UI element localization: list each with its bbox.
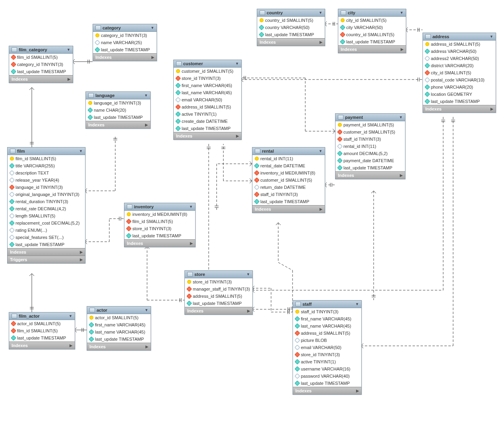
section-indexes[interactable]: Indexes▶ (86, 121, 150, 128)
section-indexes[interactable]: Indexes▶ (9, 341, 75, 349)
table-icon (12, 47, 17, 52)
column: create_date DATETIME (174, 118, 241, 125)
section-indexes[interactable]: Indexes▶ (257, 38, 325, 46)
key-icon (11, 54, 16, 60)
collapse-icon: ▼ (69, 314, 72, 318)
table-country[interactable]: country▼country_id SMALLINT(5)country VA… (257, 9, 325, 46)
table-header[interactable]: payment▼ (335, 114, 405, 121)
column-def: picture BLOB (301, 338, 327, 343)
key-icon (89, 322, 94, 328)
table-language[interactable]: language▼language_id TINYINT(3)name CHAR… (85, 91, 151, 129)
key-icon (340, 32, 345, 37)
column-def: last_update TIMESTAMP (260, 199, 309, 204)
section-indexes[interactable]: Indexes▶ (87, 343, 151, 350)
column: replacement_cost DECIMAL(5,2) (8, 219, 85, 227)
expand-icon: ▶ (247, 309, 250, 313)
column-def: name CHAR(20) (94, 108, 126, 113)
key-icon (295, 310, 299, 314)
table-header[interactable]: category▼ (93, 24, 157, 32)
column-def: customer_id SMALLINT(5) (260, 178, 312, 182)
collapse-icon: ▼ (79, 149, 83, 153)
key-icon (337, 136, 343, 142)
table-icon (295, 302, 301, 307)
table-header[interactable]: film_category▼ (9, 46, 73, 54)
table-city[interactable]: city▼city_id SMALLINT(5)city VARCHAR(50)… (338, 9, 406, 53)
expand-icon: ▶ (145, 123, 148, 127)
table-payment[interactable]: payment▼payment_id SMALLINT(5)customer_i… (335, 113, 405, 179)
section-indexes[interactable]: Indexes▶ (293, 387, 361, 394)
table-header[interactable]: film▼ (8, 147, 85, 155)
table-header[interactable]: city▼ (338, 9, 406, 17)
table-film[interactable]: film▼film_id SMALLINT(5)title VARCHAR(25… (7, 147, 85, 264)
section-label: Indexes (12, 77, 28, 81)
collapse-icon: ▼ (67, 48, 70, 52)
table-header[interactable]: rental▼ (252, 147, 325, 155)
section-indexes[interactable]: Indexes▶ (8, 248, 85, 256)
section-indexes[interactable]: Indexes▶ (338, 45, 406, 53)
column-def: last_update TIMESTAMP (17, 69, 66, 74)
section-indexes[interactable]: Indexes▶ (124, 239, 195, 247)
table-header[interactable]: actor▼ (87, 307, 151, 314)
section-indexes[interactable]: Indexes▶ (252, 205, 325, 213)
column-def: actor_id SMALLINT(5) (17, 321, 60, 326)
section-indexes[interactable]: Indexes▶ (174, 132, 241, 140)
table-actor[interactable]: actor▼actor_id SMALLINT(5)first_name VAR… (87, 306, 151, 351)
section-triggers[interactable]: Triggers▶ (8, 256, 85, 263)
column-def: city VARCHAR(50) (346, 25, 383, 30)
column-def: film_id SMALLINT(5) (16, 156, 56, 161)
column-def: store_id TINYINT(3) (301, 352, 340, 357)
column: return_date DATETIME (252, 184, 325, 191)
table-header[interactable]: film_actor▼ (9, 312, 75, 320)
table-category[interactable]: category▼category_id TINYINT(3)name VARC… (93, 24, 157, 61)
table-title: country (267, 10, 283, 15)
key-icon (175, 83, 181, 88)
table-header[interactable]: customer▼ (174, 60, 241, 68)
section-indexes[interactable]: Indexes▶ (423, 105, 496, 113)
expand-icon: ▶ (190, 241, 193, 245)
table-film_actor[interactable]: film_actor▼actor_id SMALLINT(5)film_id S… (9, 312, 75, 349)
table-customer[interactable]: customer▼customer_id SMALLINT(5)store_id… (173, 60, 242, 140)
column-def: address2 VARCHAR(50) (431, 56, 479, 61)
key-icon (89, 316, 93, 320)
column: release_year YEAR(4) (8, 177, 85, 184)
key-icon (425, 42, 429, 46)
column: film_id SMALLINT(5) (124, 218, 195, 225)
column: payment_id SMALLINT(5) (335, 121, 405, 128)
expand-icon: ▶ (320, 40, 322, 44)
table-header[interactable]: country▼ (257, 9, 325, 17)
key-icon (175, 118, 181, 124)
section-indexes[interactable]: Indexes▶ (335, 171, 405, 179)
column-def: description TEXT (16, 171, 49, 175)
table-inventory[interactable]: inventory▼inventory_id MEDIUMINT(8)film_… (124, 203, 196, 247)
key-icon (295, 330, 300, 336)
table-staff[interactable]: staff▼staff_id TINYINT(3)first_name VARC… (293, 300, 362, 395)
column-def: active TINYINT(1) (301, 359, 336, 364)
table-header[interactable]: inventory▼ (124, 203, 195, 211)
key-icon (9, 199, 15, 204)
section-indexes[interactable]: Indexes▶ (93, 53, 157, 61)
key-icon (187, 280, 191, 284)
key-icon (126, 226, 132, 231)
key-icon (9, 184, 15, 190)
table-address[interactable]: address▼address_id SMALLINT(5)address VA… (423, 33, 496, 113)
column-def: country VARCHAR(50) (265, 25, 310, 30)
column: username VARCHAR(16) (293, 365, 361, 372)
column-def: name VARCHAR(25) (101, 40, 142, 45)
key-icon (255, 157, 259, 161)
section-indexes[interactable]: Indexes▶ (185, 307, 252, 314)
table-store[interactable]: store▼store_id TINYINT(3)manager_staff_i… (184, 270, 253, 315)
table-header[interactable]: staff▼ (293, 301, 361, 308)
key-icon (175, 76, 181, 81)
section-indexes[interactable]: Indexes▶ (9, 75, 73, 83)
expand-icon: ▶ (400, 173, 403, 177)
table-header[interactable]: store▼ (185, 271, 252, 278)
table-header[interactable]: address▼ (423, 33, 496, 41)
table-film_category[interactable]: film_category▼film_id SMALLINT(5)categor… (9, 46, 73, 83)
column: address_id SMALLINT(5) (174, 103, 241, 111)
key-icon (176, 69, 180, 73)
table-rental[interactable]: rental▼rental_id INT(11)rental_date DATE… (252, 147, 325, 213)
column-def: last_update TIMESTAMP (343, 165, 392, 170)
column-def: active TINYINT(1) (182, 112, 217, 116)
column-def: special_features SET(...) (16, 235, 64, 240)
table-header[interactable]: language▼ (86, 92, 150, 99)
